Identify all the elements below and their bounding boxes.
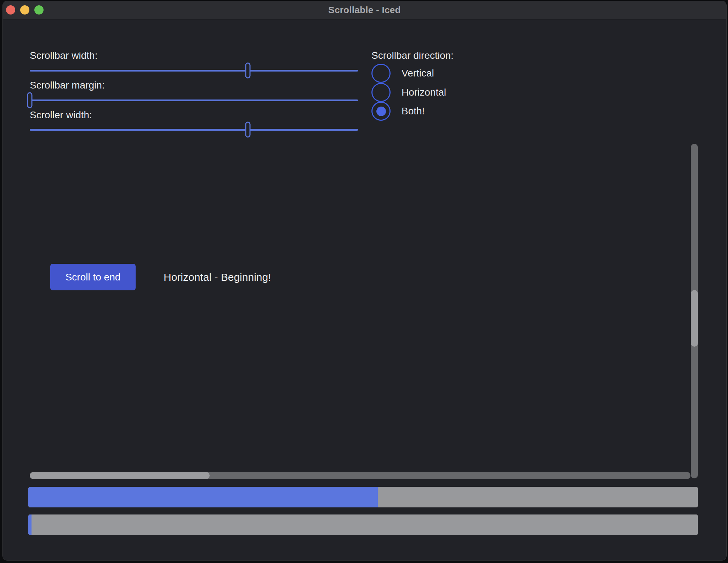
- slider-thumb[interactable]: [245, 63, 250, 79]
- horizontal-scrollbar[interactable]: [30, 472, 690, 479]
- scrollbar-width-label: Scrollbar width:: [30, 50, 97, 61]
- horizontal-scroller[interactable]: [30, 472, 210, 479]
- minimize-button[interactable]: [20, 5, 29, 15]
- app-window: Scrollable - Iced Scrollbar width: Scrol…: [2, 1, 727, 561]
- scrollbar-margin-slider[interactable]: [30, 92, 358, 108]
- radio-vertical[interactable]: [371, 64, 391, 83]
- radio-both[interactable]: [371, 102, 391, 121]
- radio-row-horizontal[interactable]: Horizontal: [371, 83, 391, 102]
- scroller-width-slider[interactable]: [30, 121, 358, 138]
- radio-row-both[interactable]: Both!: [371, 102, 391, 121]
- scrollbar-direction-label: Scrollbar direction:: [371, 50, 454, 61]
- slider-rail[interactable]: [30, 70, 358, 72]
- progress-fill: [28, 487, 378, 507]
- scroll-to-end-button[interactable]: Scroll to end: [50, 264, 136, 290]
- vertical-scrollbar[interactable]: [691, 144, 698, 478]
- horizontal-status-text: Horizontal - Beginning!: [164, 264, 271, 290]
- slider-rail[interactable]: [30, 99, 358, 101]
- slider-rail[interactable]: [30, 129, 358, 131]
- horizontal-progress-bar: [28, 514, 698, 535]
- radio-vertical-label[interactable]: Vertical: [402, 68, 434, 79]
- slider-thumb[interactable]: [27, 92, 33, 108]
- window-title: Scrollable - Iced: [328, 5, 401, 16]
- radio-dot: [376, 107, 386, 116]
- vertical-scroller[interactable]: [691, 290, 698, 347]
- scrollbar-width-slider[interactable]: [30, 62, 358, 79]
- radio-row-vertical[interactable]: Vertical: [371, 64, 391, 83]
- window-controls: [6, 5, 44, 15]
- titlebar: Scrollable - Iced: [3, 1, 726, 19]
- scroller-width-label: Scroller width:: [30, 109, 92, 121]
- close-button[interactable]: [6, 5, 15, 15]
- radio-horizontal[interactable]: [371, 83, 391, 102]
- zoom-button[interactable]: [34, 5, 44, 15]
- scrollbar-margin-label: Scrollbar margin:: [30, 80, 105, 91]
- radio-both-label[interactable]: Both!: [402, 106, 425, 117]
- vertical-progress-bar: [28, 487, 698, 507]
- slider-thumb[interactable]: [245, 122, 250, 138]
- progress-fill: [28, 514, 32, 535]
- radio-horizontal-label[interactable]: Horizontal: [402, 87, 446, 98]
